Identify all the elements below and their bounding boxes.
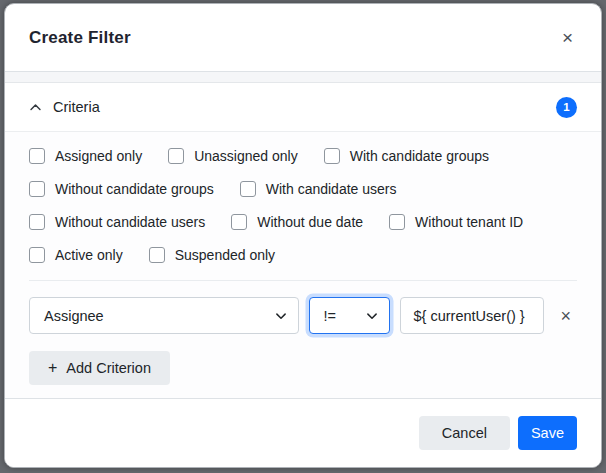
checkbox-label: Without due date	[257, 214, 363, 230]
checkbox[interactable]	[29, 247, 45, 263]
checkbox-label: Unassigned only	[194, 148, 298, 164]
checkbox-item-without-tenant-id[interactable]: Without tenant ID	[389, 214, 523, 230]
divider	[29, 280, 577, 281]
checkbox[interactable]	[29, 181, 45, 197]
criteria-accordion-header[interactable]: Criteria 1	[5, 83, 601, 132]
add-criterion-button[interactable]: + Add Criterion	[29, 351, 170, 385]
criterion-operator-value: !=	[324, 308, 337, 324]
checkbox-label: With candidate groups	[350, 148, 489, 164]
checkbox[interactable]	[149, 247, 165, 263]
cancel-button[interactable]: Cancel	[419, 416, 510, 450]
close-icon[interactable]: ×	[558, 26, 577, 49]
save-button[interactable]: Save	[518, 416, 577, 450]
checkbox[interactable]	[29, 214, 45, 230]
criteria-section-label: Criteria	[53, 99, 100, 115]
checkbox-item-suspended-only[interactable]: Suspended only	[149, 247, 275, 263]
section-gap	[5, 72, 601, 83]
checkbox-label: Without tenant ID	[415, 214, 523, 230]
criteria-count-badge: 1	[556, 97, 577, 118]
checkbox-label: Assigned only	[55, 148, 142, 164]
criteria-section-body: Assigned only Unassigned only With candi…	[5, 132, 601, 398]
checkbox-item-active-only[interactable]: Active only	[29, 247, 123, 263]
checkbox[interactable]	[231, 214, 247, 230]
dialog-header: Create Filter ×	[5, 4, 601, 72]
checkbox[interactable]	[240, 181, 256, 197]
criterion-value-input[interactable]	[400, 297, 544, 334]
criterion-operator-select[interactable]: !=	[309, 297, 391, 334]
dialog-footer: Cancel Save	[5, 398, 601, 467]
checkbox-item-unassigned-only[interactable]: Unassigned only	[168, 148, 298, 164]
criterion-row: Assignee != ×	[29, 297, 577, 334]
checkbox-row: Without candidate users Without due date…	[29, 214, 577, 230]
checkbox-row: Active only Suspended only	[29, 247, 577, 263]
chevron-down-icon	[366, 310, 378, 322]
checkbox-item-without-candidate-users[interactable]: Without candidate users	[29, 214, 205, 230]
checkbox-item-without-due-date[interactable]: Without due date	[231, 214, 363, 230]
add-criterion-label: Add Criterion	[66, 360, 151, 376]
create-filter-dialog: Create Filter × Criteria 1 Assigned only…	[4, 3, 602, 468]
checkbox-label: Without candidate groups	[55, 181, 214, 197]
checkbox-label: Without candidate users	[55, 214, 205, 230]
checkbox[interactable]	[168, 148, 184, 164]
checkbox[interactable]	[29, 148, 45, 164]
chevron-up-icon	[29, 101, 42, 114]
checkbox-row: Without candidate groups With candidate …	[29, 181, 577, 197]
checkbox-item-without-candidate-groups[interactable]: Without candidate groups	[29, 181, 214, 197]
criterion-key-select[interactable]: Assignee	[29, 297, 299, 334]
checkbox-item-assigned-only[interactable]: Assigned only	[29, 148, 142, 164]
checkbox-item-with-candidate-users[interactable]: With candidate users	[240, 181, 397, 197]
dialog-title: Create Filter	[29, 28, 131, 48]
remove-criterion-icon[interactable]: ×	[554, 305, 577, 327]
checkbox[interactable]	[324, 148, 340, 164]
checkbox-label: With candidate users	[266, 181, 397, 197]
checkbox-row: Assigned only Unassigned only With candi…	[29, 148, 577, 164]
chevron-down-icon	[275, 310, 287, 322]
checkbox[interactable]	[389, 214, 405, 230]
checkbox-label: Suspended only	[175, 247, 275, 263]
checkbox-item-with-candidate-groups[interactable]: With candidate groups	[324, 148, 489, 164]
criterion-key-value: Assignee	[44, 308, 104, 324]
plus-icon: +	[48, 360, 57, 376]
checkbox-label: Active only	[55, 247, 123, 263]
